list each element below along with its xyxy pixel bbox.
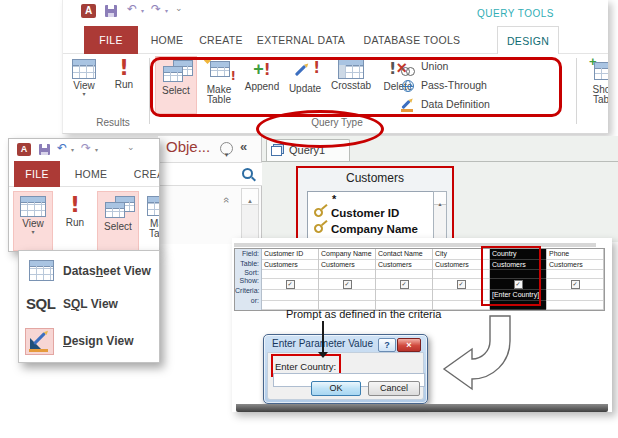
help-button[interactable]: ?: [378, 338, 396, 352]
view-icon: [20, 196, 46, 217]
panel-top-edge: [234, 243, 596, 247]
group-separator: [576, 58, 577, 124]
grid-column-company-name[interactable]: Company Name Customers ✓: [319, 249, 376, 310]
redo-dropdown-icon[interactable]: ▾: [95, 146, 98, 153]
grid-column-customer-id[interactable]: Customer ID Customers ✓: [262, 249, 319, 310]
customize-qat-icon[interactable]: ⌄: [175, 3, 183, 13]
show-table-icon: +: [592, 58, 608, 82]
redo-icon[interactable]: ↷: [81, 141, 91, 155]
query-design-grid: Field: Table: Sort: Show: Criteria: or: …: [234, 248, 605, 311]
group-label-results: Results: [73, 117, 153, 128]
tab-home[interactable]: HOME: [143, 26, 191, 54]
run-icon: !: [106, 56, 142, 80]
view-button[interactable]: View ▾: [13, 191, 53, 251]
grid-column-contact-name[interactable]: Contact Name Customers ✓: [376, 249, 433, 310]
view-dropdown-menu: Datasheet View SQL SQL View Design View: [18, 250, 160, 363]
tab-design-active[interactable]: DESIGN: [497, 26, 559, 54]
tab-create[interactable]: CREATE: [193, 26, 249, 54]
small-access-window: A ↶ ▾ ↷ ▾ ⌄ FILE HOME CREA View ▾ ! Run …: [8, 138, 160, 252]
nav-pane-menu-icon[interactable]: ▾: [220, 142, 233, 155]
save-icon[interactable]: [39, 144, 50, 155]
ribbon-tab-bar: FILE HOME CREATE EXTERNAL DATA DATABASE …: [63, 26, 608, 54]
grid-column-phone[interactable]: Phone Customers ✓: [547, 249, 604, 310]
undo-icon[interactable]: ↶: [127, 2, 137, 16]
show-checkbox[interactable]: ✓: [571, 280, 580, 289]
tab-external-data[interactable]: EXTERNAL DATA: [253, 26, 349, 54]
redo-dropdown-icon[interactable]: ▾: [165, 7, 168, 14]
design-grid-panel: Field: Table: Sort: Show: Criteria: or: …: [232, 238, 612, 412]
search-icon: [242, 168, 253, 179]
annotation-pointer-arrowhead: [318, 352, 328, 358]
select-icon: [105, 196, 135, 218]
curved-callout-arrow: [441, 315, 526, 393]
field-list-scrollbar[interactable]: ▲: [433, 191, 447, 240]
ok-button[interactable]: OK: [311, 381, 361, 396]
customers-table-card[interactable]: Customers * Customer ID Company Name ▲: [296, 166, 454, 242]
redo-icon[interactable]: ↷: [151, 2, 161, 16]
window-bottom-edge: [236, 404, 608, 412]
run-button[interactable]: ! Run: [57, 191, 93, 251]
tab-bar-divider: [262, 161, 618, 162]
tab-create-cut[interactable]: CREA: [125, 161, 160, 187]
menu-item-sql-view[interactable]: SQL SQL View: [19, 293, 161, 321]
enter-parameter-dialog: Enter Parameter Value ? × Enter Country:…: [263, 334, 428, 404]
shutter-close-icon[interactable]: «: [240, 139, 247, 154]
show-table-button[interactable]: + Show Table: [583, 56, 608, 114]
design-view-icon: [25, 328, 54, 355]
access-logo-icon: A: [81, 4, 96, 18]
collapse-all-icon[interactable]: «: [221, 197, 233, 203]
make-table-button-cut[interactable]: Ma Tab: [143, 191, 160, 251]
menu-item-design-view[interactable]: Design View: [19, 327, 161, 359]
query-type-highlight-ellipse: [256, 110, 384, 148]
undo-dropdown-icon[interactable]: ▾: [141, 7, 144, 14]
show-checkbox[interactable]: ✓: [286, 280, 295, 289]
menu-item-datasheet-view[interactable]: Datasheet View: [19, 256, 161, 288]
view-icon: [72, 59, 96, 79]
query-document-area: Query1 Customers * Customer ID Company N…: [262, 136, 618, 242]
scroll-up-button[interactable]: ▲: [434, 192, 446, 205]
make-table-icon: [147, 196, 160, 216]
tab-file[interactable]: FILE: [14, 161, 60, 187]
datasheet-view-icon: [29, 260, 54, 281]
primary-key-icon: [312, 222, 325, 235]
annotation-pointer-line: [322, 321, 324, 352]
contextual-tab-group-label: QUERY TOOLS: [477, 8, 554, 19]
field-list: * Customer ID Company Name: [307, 191, 435, 240]
table-card-title: Customers: [298, 168, 452, 185]
tab-file[interactable]: FILE: [84, 26, 138, 54]
nav-search-input[interactable]: [158, 162, 262, 186]
primary-key-icon: [312, 206, 325, 219]
select-button[interactable]: Select: [97, 191, 139, 251]
navigation-pane: Obje... ▾ « « ▲: [158, 136, 262, 244]
customize-qat-icon[interactable]: ⌄: [127, 142, 135, 152]
tab-database-tools[interactable]: DATABASE TOOLS: [357, 26, 467, 54]
show-checkbox[interactable]: ✓: [343, 280, 352, 289]
parameter-label: Enter Country:: [275, 361, 336, 372]
nav-scrollbar[interactable]: ▲: [241, 188, 259, 244]
tab-home[interactable]: HOME: [67, 161, 115, 187]
undo-dropdown-icon[interactable]: ▾: [71, 146, 74, 153]
query-icon: [271, 144, 284, 156]
prompt-annotation-text: Prompt as defined in the criteria: [286, 308, 441, 320]
field-row[interactable]: Company Name: [308, 219, 434, 235]
show-checkbox[interactable]: ✓: [457, 280, 466, 289]
scroll-up-button[interactable]: ▲: [242, 189, 258, 205]
field-row[interactable]: *: [308, 192, 434, 205]
dialog-client-area: Enter Country: OK Cancel: [267, 352, 424, 400]
view-dropdown-icon[interactable]: ▾: [65, 91, 103, 98]
view-button[interactable]: View ▾: [65, 56, 103, 114]
save-icon[interactable]: [105, 5, 117, 17]
run-icon: !: [57, 191, 93, 218]
cancel-button[interactable]: Cancel: [368, 381, 420, 396]
nav-pane-title: Obje...: [166, 138, 210, 155]
run-button[interactable]: ! Run: [106, 56, 142, 114]
query-type-highlight-rect: [150, 57, 562, 117]
access-tutorial-composite: A ↶ ▾ ↷ ▾ ⌄ QUERY TOOLS FILE HOME CREATE…: [0, 0, 618, 438]
ribbon-tab-bar: FILE HOME CREA: [9, 161, 160, 187]
grid-row-labels: Field: Table: Sort: Show: Criteria: or:: [235, 249, 262, 310]
close-button[interactable]: ×: [397, 338, 421, 352]
view-dropdown-icon[interactable]: ▾: [14, 229, 52, 236]
undo-icon[interactable]: ↶: [57, 141, 67, 155]
show-checkbox[interactable]: ✓: [400, 280, 409, 289]
field-row[interactable]: Customer ID: [308, 205, 434, 219]
